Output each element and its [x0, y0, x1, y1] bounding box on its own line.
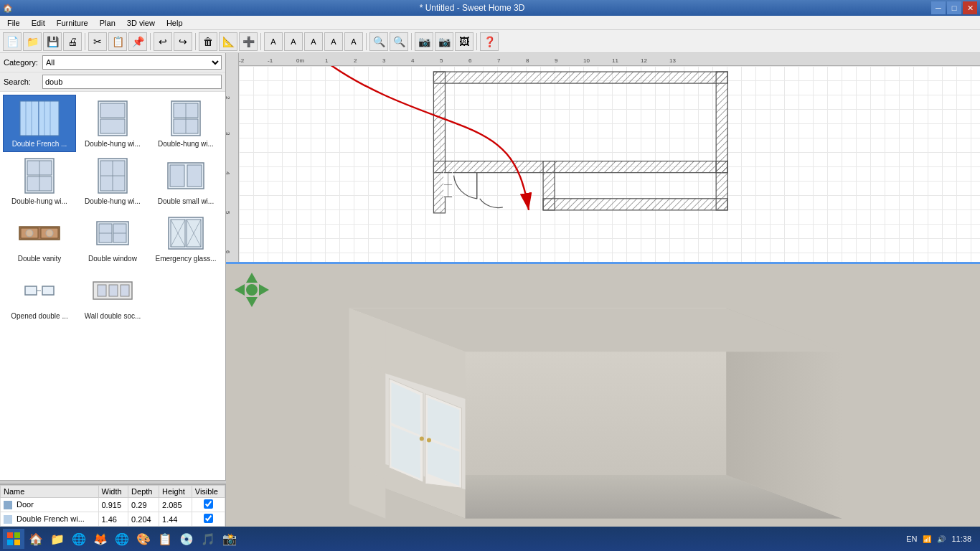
list-item[interactable]: Double-hung wi... [76, 95, 149, 152]
separator-6 [411, 33, 412, 50]
svg-text:1: 1 [325, 57, 329, 64]
table-row[interactable]: Door 0.915 0.29 2.085 [1, 498, 225, 512]
search-input[interactable] [42, 75, 222, 89]
svg-text:2: 2 [354, 57, 357, 64]
svg-text:7: 7 [497, 57, 501, 64]
separator-7 [476, 33, 477, 50]
svg-rect-103 [14, 532, 20, 538]
menu-item-furniture[interactable]: Furniture [51, 17, 94, 29]
item-label: Double small wi... [158, 197, 214, 206]
svg-point-29 [46, 230, 53, 237]
text-btn-5[interactable]: A [344, 32, 363, 51]
left-panel: Category: All Search: [0, 53, 226, 527]
nav-arrows-icon[interactable] [233, 271, 270, 309]
nav-right-arrow[interactable] [259, 284, 269, 296]
nav-up-arrow[interactable] [246, 273, 258, 283]
text-btn-3[interactable]: A [304, 32, 323, 51]
undo-button[interactable]: ↩ [154, 32, 172, 51]
menu-item-plan[interactable]: Plan [94, 17, 121, 29]
zoom-out-button[interactable]: 🔍 [390, 32, 408, 51]
taskbar-icon-firefox[interactable]: 🦊 [90, 529, 110, 549]
taskbar-icon-disc[interactable]: 💿 [176, 529, 197, 549]
taskbar-icon-sweethome[interactable]: 🏠 [26, 529, 46, 549]
list-item[interactable]: Double small wi... [149, 152, 222, 209]
item-label: Double French ... [12, 140, 67, 149]
list-item[interactable]: Double-hung wi... [149, 95, 222, 152]
taskbar-clock: 11:38 [951, 534, 977, 543]
item-icon [18, 213, 61, 253]
list-item[interactable]: Emergency glass... [149, 209, 222, 267]
paste-button[interactable]: 📌 [128, 32, 147, 51]
nav-left-arrow[interactable] [235, 284, 245, 296]
svg-text:3: 3 [382, 57, 386, 64]
svg-rect-23 [170, 165, 184, 187]
list-item[interactable]: Wall double soc... [76, 267, 149, 324]
navigation-control[interactable] [233, 271, 270, 309]
taskbar-icon-browser2[interactable]: 🌐 [112, 529, 132, 549]
svg-text:-1: -1 [268, 57, 273, 64]
close-button[interactable]: ✕ [963, 1, 977, 14]
taskbar-icon-paint[interactable]: 🎨 [133, 529, 154, 549]
list-item[interactable]: Double French ... [3, 95, 76, 152]
nav-center-button[interactable] [246, 284, 258, 296]
svg-text:5: 5 [440, 57, 443, 64]
menu-item-edit[interactable]: Edit [26, 17, 51, 29]
item-label: Double-hung wi... [85, 197, 141, 206]
taskbar-icon-music[interactable]: 🎵 [198, 529, 218, 549]
taskbar-icon-browser1[interactable]: 🌐 [69, 529, 89, 549]
measure-button[interactable]: 📐 [219, 32, 237, 51]
camera2-button[interactable]: 📷 [435, 32, 453, 51]
svg-text:3: 3 [226, 132, 230, 136]
text-btn-1[interactable]: A [264, 32, 283, 51]
item-icon [18, 156, 61, 195]
menu-item-file[interactable]: File [1, 17, 26, 29]
print-button[interactable]: 🖨 [63, 32, 82, 51]
text-btn-4[interactable]: A [324, 32, 343, 51]
list-item[interactable]: Opened double ... [3, 267, 76, 324]
svg-rect-47 [109, 285, 118, 296]
text-btn-2[interactable]: A [284, 32, 303, 51]
list-item[interactable]: Double-hung wi... [3, 152, 76, 209]
svg-rect-77 [716, 161, 727, 210]
taskbar-icon-clipboard[interactable]: 📋 [155, 529, 175, 549]
plan-area[interactable]: -2 -1 0m 1 2 3 4 5 6 7 8 9 10 11 12 13 [226, 53, 980, 264]
zoom-in-button[interactable]: 🔍 [369, 32, 388, 51]
list-item[interactable]: Double window [76, 209, 149, 267]
open-button[interactable]: 📁 [23, 32, 42, 51]
new-button[interactable]: 📄 [3, 32, 22, 51]
help-button[interactable]: ❓ [480, 32, 499, 51]
item-icon [164, 213, 207, 253]
view-button[interactable]: 🖼 [455, 32, 473, 51]
redo-button[interactable]: ↪ [174, 32, 192, 51]
camera-button[interactable]: 📷 [415, 32, 433, 51]
row-visible[interactable] [192, 512, 225, 527]
nav-down-arrow[interactable] [246, 297, 258, 307]
col-name: Name [1, 486, 99, 498]
svg-line-84 [480, 199, 503, 207]
item-label: Double-hung wi... [158, 140, 214, 149]
svg-rect-76 [543, 199, 727, 210]
taskbar-icon-photo[interactable]: 📸 [220, 529, 240, 549]
view3d-area[interactable] [226, 264, 980, 527]
taskbar-icon-folder[interactable]: 📁 [47, 529, 67, 549]
separator-2 [150, 33, 151, 50]
start-button[interactable] [3, 529, 24, 549]
minimize-button[interactable]: ─ [931, 1, 946, 14]
menu-item-help[interactable]: Help [161, 17, 189, 29]
table-row[interactable]: Double French wi... 1.46 0.204 1.44 [1, 512, 225, 527]
copy-button[interactable]: 📋 [108, 32, 127, 51]
maximize-button[interactable]: □ [947, 1, 961, 14]
delete-button[interactable]: 🗑 [199, 32, 217, 51]
menu-item-3d-view[interactable]: 3D view [121, 17, 161, 29]
list-item[interactable]: Double vanity [3, 209, 76, 267]
svg-rect-8 [100, 103, 125, 118]
row-visible[interactable] [192, 498, 225, 512]
list-item[interactable]: Double-hung wi... [76, 152, 149, 209]
app-icon: 🏠 [3, 4, 13, 13]
plan-canvas[interactable] [239, 66, 980, 262]
cut-button[interactable]: ✂ [88, 32, 107, 51]
category-select[interactable]: All [42, 55, 222, 70]
svg-rect-73 [433, 161, 727, 173]
save-button[interactable]: 💾 [43, 32, 62, 51]
add-button[interactable]: ➕ [239, 32, 258, 51]
